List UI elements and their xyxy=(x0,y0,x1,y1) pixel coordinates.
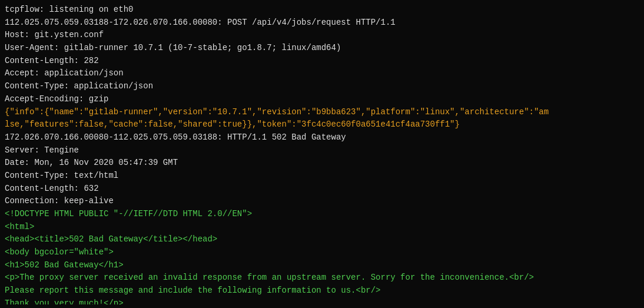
terminal-line: Thank you very much!</p> xyxy=(5,297,639,304)
terminal-line: Content-Type: text/html xyxy=(5,170,639,183)
terminal-line: <body bgcolor="white"> xyxy=(5,246,639,259)
terminal-line: tcpflow: listening on eth0 xyxy=(5,4,639,16)
terminal-line: Please report this message and include t… xyxy=(5,284,639,297)
terminal-line: <h1>502 Bad Gateway</h1> xyxy=(5,259,639,272)
terminal-line: {"info":{"name":"gitlab-runner","version… xyxy=(5,106,639,119)
terminal-line: Connection: keep-alive xyxy=(5,195,639,208)
terminal-line: 112.025.075.059.03188-172.026.070.166.00… xyxy=(5,16,639,29)
terminal-line: Content-Length: 632 xyxy=(5,183,639,196)
terminal-line: <p>The proxy server received an invalid … xyxy=(5,271,639,284)
terminal-line: <head><title>502 Bad Gateway</title></he… xyxy=(5,233,639,246)
terminal-line: Date: Mon, 16 Nov 2020 05:47:39 GMT xyxy=(5,157,639,170)
terminal-line: Server: Tengine xyxy=(5,144,639,157)
terminal-line: lse,"features":false,"cache":false,"shar… xyxy=(5,118,639,131)
terminal-line: Host: git.ysten.conf xyxy=(5,29,639,42)
terminal-line: <!DOCTYPE HTML PUBLIC "-//IETF//DTD HTML… xyxy=(5,208,639,221)
terminal-line: Content-Type: application/json xyxy=(5,80,639,93)
terminal-window: tcpflow: listening on eth0112.025.075.05… xyxy=(5,4,639,304)
terminal-line: Accept: application/json xyxy=(5,67,639,80)
terminal-line: Content-Length: 282 xyxy=(5,55,639,68)
terminal-line: <html> xyxy=(5,221,639,234)
terminal-line: Accept-Encoding: gzip xyxy=(5,93,639,106)
terminal-line: User-Agent: gitlab-runner 10.7.1 (10-7-s… xyxy=(5,42,639,55)
terminal-line: 172.026.070.166.00080-112.025.075.059.03… xyxy=(5,131,639,144)
